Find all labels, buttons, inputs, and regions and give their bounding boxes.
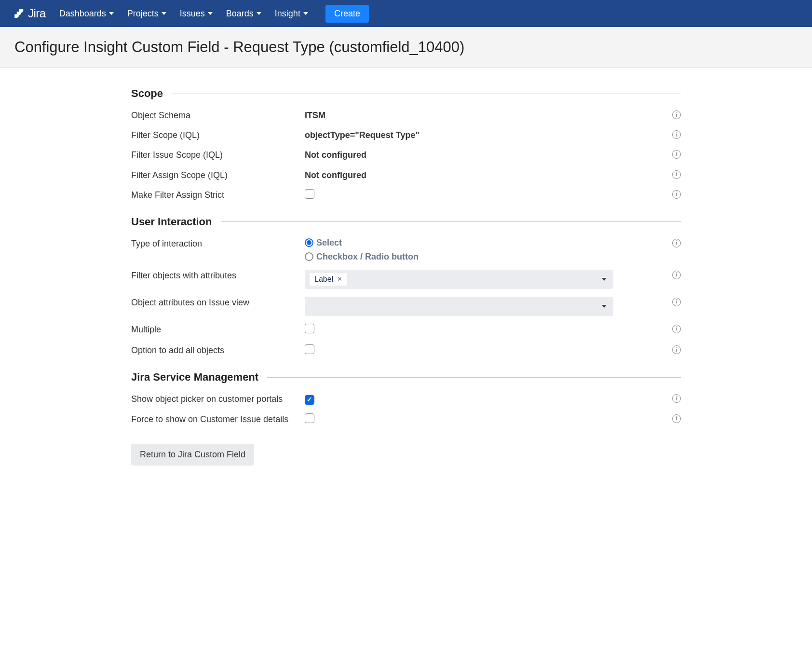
info-icon[interactable]: i <box>672 345 681 354</box>
row-object-schema: Object Schema ITSM i <box>131 110 681 122</box>
label-object-schema: Object Schema <box>131 110 305 122</box>
info-icon[interactable]: i <box>672 170 681 179</box>
checkbox-option-add-all[interactable] <box>305 344 314 354</box>
create-button[interactable]: Create <box>325 5 369 23</box>
nav-dashboards[interactable]: Dashboards <box>59 9 114 19</box>
section-title: Scope <box>131 87 163 100</box>
chevron-down-icon <box>303 12 308 15</box>
info-icon[interactable]: i <box>672 190 681 199</box>
page-header: Configure Insight Custom Field - Request… <box>0 27 812 68</box>
checkbox-make-filter-assign-strict[interactable] <box>305 189 314 199</box>
label-filter-objects-attrs: Filter objects with attributes <box>131 270 305 282</box>
radio-checkbox[interactable] <box>305 252 313 261</box>
section-title: Jira Service Management <box>131 371 258 384</box>
radio-row-checkbox: Checkbox / Radio button <box>305 252 613 262</box>
content: Scope Object Schema ITSM i Filter Scope … <box>117 68 695 480</box>
row-filter-scope: Filter Scope (IQL) objectType="Request T… <box>131 129 681 141</box>
section-header-scope: Scope <box>131 87 681 100</box>
value-object-schema: ITSM <box>305 110 681 122</box>
jira-logo[interactable]: Jira <box>14 7 46 20</box>
info-icon[interactable]: i <box>672 271 681 279</box>
row-make-filter-assign-strict: Make Filter Assign Strict i <box>131 189 681 202</box>
chevron-down-icon <box>162 12 166 15</box>
info-icon[interactable]: i <box>672 414 681 423</box>
row-filter-objects-attrs: Filter objects with attributes Label ✕ i <box>131 270 681 289</box>
nav-boards[interactable]: Boards <box>226 9 261 19</box>
multiselect-filter-objects-attrs[interactable]: Label ✕ <box>305 270 613 289</box>
value-filter-assign-scope: Not configured <box>305 169 681 181</box>
label-option-add-all: Option to add all objects <box>131 344 305 356</box>
label-force-show: Force to show on Customer Issue details <box>131 413 305 425</box>
label-object-attrs-issue-view: Object attributes on Issue view <box>131 297 305 309</box>
nav-items: Dashboards Projects Issues Boards Insigh… <box>59 5 369 23</box>
row-filter-issue-scope: Filter Issue Scope (IQL) Not configured … <box>131 149 681 161</box>
section-divider <box>172 94 681 94</box>
section-header-jsm: Jira Service Management <box>131 371 681 384</box>
section-divider <box>267 377 681 378</box>
checkbox-show-picker[interactable] <box>305 395 314 405</box>
info-icon[interactable]: i <box>672 239 681 247</box>
return-button[interactable]: Return to Jira Custom Field <box>131 444 254 466</box>
row-force-show: Force to show on Customer Issue details … <box>131 413 681 426</box>
chip-label: Label ✕ <box>310 273 347 286</box>
nav-insight[interactable]: Insight <box>275 9 308 19</box>
multiselect-object-attrs-issue-view[interactable] <box>305 297 613 316</box>
section-title: User Interaction <box>131 216 212 228</box>
radio-select[interactable] <box>305 238 313 247</box>
chevron-down-icon <box>602 278 607 281</box>
label-make-filter-assign-strict: Make Filter Assign Strict <box>131 189 305 201</box>
page-title: Configure Insight Custom Field - Request… <box>14 39 798 56</box>
row-option-add-all: Option to add all objects i <box>131 344 681 357</box>
section-header-user-interaction: User Interaction <box>131 216 681 228</box>
chevron-down-icon <box>602 305 607 308</box>
radio-label-checkbox: Checkbox / Radio button <box>316 252 419 262</box>
value-filter-issue-scope: Not configured <box>305 149 681 161</box>
info-icon[interactable]: i <box>672 110 681 119</box>
row-type-of-interaction: Type of interaction Select Checkbox / Ra… <box>131 238 681 262</box>
row-show-picker: Show object picker on customer portals i <box>131 393 681 405</box>
row-object-attrs-issue-view: Object attributes on Issue view i <box>131 297 681 316</box>
value-filter-scope: objectType="Request Type" <box>305 129 681 141</box>
chevron-down-icon <box>257 12 261 15</box>
nav-issues[interactable]: Issues <box>180 9 213 19</box>
info-icon[interactable]: i <box>672 325 681 333</box>
chip-remove-icon[interactable]: ✕ <box>337 275 342 283</box>
row-multiple: Multiple i <box>131 324 681 337</box>
label-filter-scope: Filter Scope (IQL) <box>131 129 305 141</box>
chevron-down-icon <box>208 12 213 15</box>
checkbox-force-show[interactable] <box>305 413 314 423</box>
label-show-picker: Show object picker on customer portals <box>131 393 305 405</box>
nav-projects[interactable]: Projects <box>127 9 166 19</box>
top-nav: Jira Dashboards Projects Issues Boards I… <box>0 0 812 27</box>
label-type-of-interaction: Type of interaction <box>131 238 305 250</box>
info-icon[interactable]: i <box>672 298 681 306</box>
radio-label-select: Select <box>316 238 342 248</box>
label-multiple: Multiple <box>131 324 305 336</box>
jira-logo-icon <box>14 8 25 19</box>
row-filter-assign-scope: Filter Assign Scope (IQL) Not configured… <box>131 169 681 181</box>
chip-text: Label <box>314 275 333 284</box>
section-divider <box>221 221 681 222</box>
checkbox-multiple[interactable] <box>305 324 314 333</box>
label-filter-issue-scope: Filter Issue Scope (IQL) <box>131 149 305 161</box>
label-filter-assign-scope: Filter Assign Scope (IQL) <box>131 169 305 181</box>
jira-logo-text: Jira <box>28 7 46 20</box>
chevron-down-icon <box>109 12 114 15</box>
radio-row-select: Select <box>305 238 613 248</box>
